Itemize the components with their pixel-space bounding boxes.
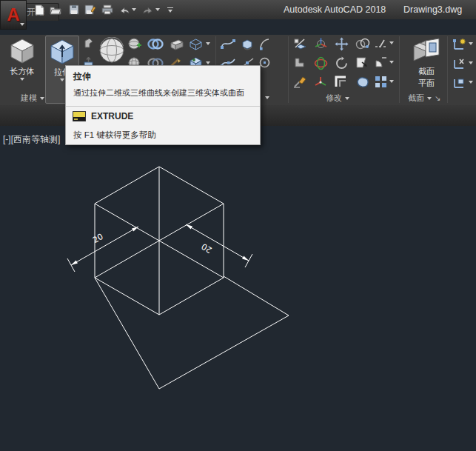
save-as-icon xyxy=(84,4,96,15)
save-floppy-icon xyxy=(69,4,79,15)
union-icon[interactable] xyxy=(147,39,164,50)
cad-line xyxy=(71,227,138,265)
save-as-button[interactable] xyxy=(84,4,96,16)
ucs-x-dropdown[interactable] xyxy=(469,61,473,64)
panel-separator xyxy=(447,36,448,103)
move-icon[interactable] xyxy=(335,37,349,51)
modify-panel-label[interactable]: 修改 xyxy=(326,93,349,104)
dimension-arrowhead xyxy=(242,256,249,261)
surface-network-icon[interactable] xyxy=(128,38,141,50)
revolve-icon[interactable] xyxy=(83,38,95,50)
section-plane-icon xyxy=(409,37,443,65)
dimension-arrowhead xyxy=(132,227,138,231)
open-file-button[interactable] xyxy=(49,4,61,16)
viewport-controls-label[interactable]: [-][西南等轴测] xyxy=(3,133,60,146)
command-line-icon xyxy=(73,111,86,121)
extract-edges-icon[interactable] xyxy=(189,38,203,51)
thicken-dropdown[interactable] xyxy=(206,61,210,64)
extract-edges-dropdown[interactable] xyxy=(206,42,210,45)
draw-panel-dropdown[interactable] xyxy=(265,96,269,99)
section-panel-dropdown-icon xyxy=(427,97,432,100)
3d-move-gizmo-icon[interactable] xyxy=(314,37,328,51)
cad-line xyxy=(159,278,224,315)
tooltip-title: 拉伸 xyxy=(73,70,91,83)
ucs-dropdown[interactable] xyxy=(469,42,473,45)
cad-line xyxy=(186,224,249,261)
dimension-arrowhead xyxy=(71,261,78,265)
cad-line xyxy=(245,254,252,267)
dimension-text: 20 xyxy=(91,232,105,245)
arc-icon[interactable] xyxy=(259,38,269,50)
chevron-down-icon xyxy=(20,23,24,26)
array-dropdown[interactable] xyxy=(389,80,394,83)
cad-line xyxy=(224,276,289,315)
undo-dropdown[interactable] xyxy=(132,8,136,11)
sphere-icon xyxy=(98,37,125,64)
ucs-view-icon[interactable] xyxy=(452,76,466,90)
ucs-world-icon[interactable] xyxy=(452,38,466,51)
modeling-panel-dropdown-icon xyxy=(40,97,44,100)
quick-access-toolbar xyxy=(33,4,173,16)
cad-line xyxy=(95,278,159,389)
undo-button[interactable] xyxy=(118,4,130,16)
polyline-icon[interactable] xyxy=(220,38,236,50)
3d-rotate-gizmo-icon[interactable] xyxy=(314,56,328,70)
printer-icon xyxy=(101,4,113,15)
section-object-icon[interactable] xyxy=(240,38,255,51)
redo-button[interactable] xyxy=(141,4,154,16)
autocad-logo-icon: A xyxy=(7,6,19,24)
cad-line xyxy=(95,278,159,315)
fillet-edge-icon[interactable] xyxy=(293,57,306,69)
application-menu-button[interactable]: A xyxy=(0,0,27,30)
region-icon[interactable] xyxy=(355,76,370,88)
match-properties-icon[interactable] xyxy=(293,76,308,88)
tooltip-help-hint: 按 F1 键获得更多帮助 xyxy=(73,130,156,141)
fillet-dropdown[interactable] xyxy=(389,61,394,64)
open-folder-icon xyxy=(50,5,61,15)
extrude-icon xyxy=(49,38,76,66)
panel-separator xyxy=(399,36,400,103)
offset-icon[interactable] xyxy=(335,76,348,88)
tooltip-description: 通过拉伸二维或三维曲线来创建三维实体或曲面 xyxy=(73,87,244,98)
dimension-arrowhead xyxy=(186,224,192,229)
copy-icon[interactable] xyxy=(355,38,370,50)
cad-line xyxy=(67,258,75,272)
section-panel-launcher-icon[interactable]: ↘ xyxy=(435,94,440,102)
modify-panel-dropdown-icon xyxy=(345,97,349,100)
new-file-icon xyxy=(35,4,44,16)
new-file-button[interactable] xyxy=(33,4,46,16)
slice-icon[interactable] xyxy=(168,38,184,51)
plot-button[interactable] xyxy=(101,4,113,16)
document-title: Drawing3.dwg xyxy=(403,4,462,15)
cad-line xyxy=(95,167,159,204)
tooltip-separator xyxy=(66,106,260,107)
box-3d-icon xyxy=(8,37,36,65)
drawing-canvas[interactable]: 2020 xyxy=(0,126,476,451)
qat-customize-button[interactable] xyxy=(167,7,173,13)
fillet-icon[interactable] xyxy=(375,56,388,68)
modeling-panel-label[interactable]: 建模 xyxy=(21,93,44,104)
cad-line xyxy=(159,167,224,204)
circle-icon[interactable] xyxy=(259,57,270,68)
dimension-text: 20 xyxy=(200,241,214,255)
3d-align-icon[interactable] xyxy=(314,76,328,89)
array-icon[interactable] xyxy=(375,76,388,88)
section-panel-label[interactable]: 截面 ↘ xyxy=(408,93,440,104)
app-title: Autodesk AutoCAD 2018 xyxy=(284,4,386,15)
extrude-tooltip: 拉伸 通过拉伸二维或三维曲线来创建三维实体或曲面 EXTRUDE 按 F1 键获… xyxy=(65,65,261,145)
extrude-dropdown-icon xyxy=(60,78,64,81)
erase-dropdown[interactable] xyxy=(389,41,394,44)
redo-dropdown[interactable] xyxy=(155,8,160,11)
ucs-x-icon[interactable] xyxy=(452,57,466,70)
tooltip-command: EXTRUDE xyxy=(91,111,133,121)
panel-separator xyxy=(288,36,289,103)
solid-history-icon[interactable] xyxy=(293,38,308,50)
erase-icon[interactable] xyxy=(375,39,388,48)
save-button[interactable] xyxy=(67,4,80,16)
ucs-view-dropdown[interactable] xyxy=(469,81,473,84)
rotate-icon[interactable] xyxy=(335,56,349,70)
cad-line xyxy=(159,315,289,389)
taper-face-icon[interactable] xyxy=(355,56,369,69)
sphere-button[interactable] xyxy=(98,37,125,64)
redo-arrow-icon xyxy=(142,5,154,15)
